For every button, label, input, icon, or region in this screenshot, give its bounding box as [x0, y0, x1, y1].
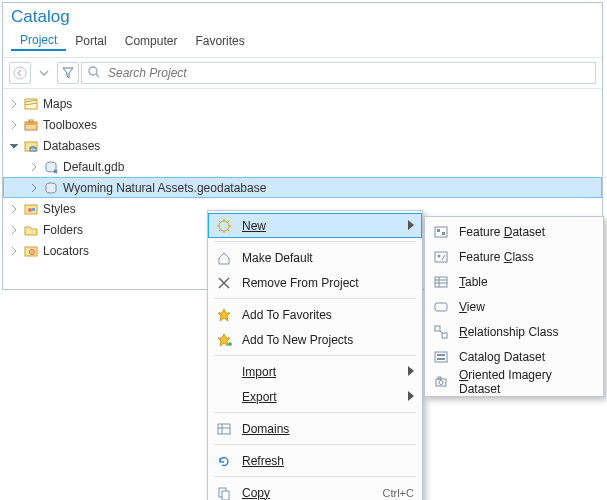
expand-icon[interactable] [9, 246, 19, 256]
star-icon [214, 305, 234, 325]
menu-new[interactable]: New [208, 213, 422, 238]
menu-label: Refresh [242, 454, 414, 468]
panel-title: Catalog [3, 3, 602, 27]
locators-icon [23, 243, 39, 259]
tree-label: Maps [43, 97, 72, 111]
menu-separator [214, 476, 416, 477]
tree-label: Toolboxes [43, 118, 97, 132]
back-button[interactable] [9, 62, 31, 84]
tree-item-databases[interactable]: Databases [3, 135, 602, 156]
menu-domains[interactable]: Domains [208, 416, 422, 441]
submenu-view[interactable]: View [425, 294, 603, 319]
submenu-arrow-icon [408, 219, 414, 233]
dropdown-button[interactable] [33, 62, 55, 84]
svg-point-53 [439, 380, 443, 384]
submenu-oriented-imagery[interactable]: Oriented Imagery Dataset [425, 369, 603, 394]
catalog-dataset-icon [431, 347, 451, 367]
menu-export[interactable]: Export [208, 384, 422, 409]
search-box[interactable] [81, 62, 596, 84]
svg-line-25 [219, 229, 221, 231]
expand-icon[interactable] [29, 183, 39, 193]
menu-make-default[interactable]: Make Default [208, 245, 422, 270]
submenu-relationship-class[interactable]: Relationship Class [425, 319, 603, 344]
collapse-icon[interactable] [9, 141, 19, 151]
tree-label: Folders [43, 223, 83, 237]
svg-rect-47 [442, 333, 447, 338]
tree-item-toolboxes[interactable]: Toolboxes [3, 114, 602, 135]
menu-separator [214, 355, 416, 356]
tree-item-default-gdb[interactable]: Default.gdb [3, 156, 602, 177]
submenu-feature-dataset[interactable]: Feature Dataset [425, 219, 603, 244]
menu-separator [214, 241, 416, 242]
tree-label: Databases [43, 139, 100, 153]
blank-icon [214, 387, 234, 407]
tab-favorites[interactable]: Favorites [186, 31, 253, 51]
blank-icon [214, 362, 234, 382]
menu-separator [214, 412, 416, 413]
menu-label: Import [242, 365, 400, 379]
menu-label: View [459, 300, 595, 314]
menu-label: Oriented Imagery Dataset [459, 368, 595, 396]
styles-icon [23, 201, 39, 217]
menu-refresh[interactable]: Refresh [208, 448, 422, 473]
view-icon [431, 297, 451, 317]
svg-rect-36 [435, 227, 447, 237]
svg-rect-45 [435, 303, 447, 311]
tree-item-maps[interactable]: Maps [3, 93, 602, 114]
svg-rect-9 [30, 148, 36, 151]
database-folder-icon [23, 138, 39, 154]
expand-icon[interactable] [9, 225, 19, 235]
new-icon [214, 216, 234, 236]
expand-icon[interactable] [9, 99, 19, 109]
expand-icon[interactable] [29, 162, 39, 172]
svg-rect-39 [435, 252, 447, 262]
expand-icon[interactable] [9, 204, 19, 214]
geodatabase-icon [43, 180, 59, 196]
menu-label: Relationship Class [459, 325, 595, 339]
panel-tabs: Project Portal Computer Favorites [3, 27, 602, 58]
menu-label: Copy [242, 486, 375, 500]
menu-add-favorites[interactable]: Add To Favorites [208, 302, 422, 327]
toolbox-icon [23, 117, 39, 133]
menu-label: Table [459, 275, 595, 289]
context-submenu-new: Feature Dataset Feature Class Table View… [424, 216, 604, 397]
menu-label: Feature Class [459, 250, 595, 264]
menu-remove[interactable]: Remove From Project [208, 270, 422, 295]
oriented-imagery-icon [431, 372, 451, 392]
table-icon [431, 272, 451, 292]
menu-label: Add To New Projects [242, 333, 414, 347]
svg-point-40 [438, 254, 441, 257]
star-plus-icon [214, 330, 234, 350]
tree-label: Locators [43, 244, 89, 258]
menu-copy[interactable]: Copy Ctrl+C [208, 480, 422, 500]
menu-import[interactable]: Import [208, 359, 422, 384]
tab-portal[interactable]: Portal [66, 31, 115, 51]
search-icon [88, 66, 100, 81]
submenu-arrow-icon [408, 365, 414, 379]
svg-line-2 [96, 74, 99, 77]
svg-rect-31 [218, 424, 230, 434]
submenu-catalog-dataset[interactable]: Catalog Dataset [425, 344, 603, 369]
svg-point-17 [31, 251, 33, 253]
filter-button[interactable] [57, 62, 79, 84]
tab-computer[interactable]: Computer [116, 31, 187, 51]
home-icon [214, 248, 234, 268]
svg-rect-41 [435, 277, 447, 287]
search-input[interactable] [106, 65, 589, 81]
menu-label: Make Default [242, 251, 414, 265]
submenu-table[interactable]: Table [425, 269, 603, 294]
tab-project[interactable]: Project [11, 30, 66, 51]
tree-label: Default.gdb [63, 160, 124, 174]
svg-rect-50 [437, 354, 445, 356]
submenu-feature-class[interactable]: Feature Class [425, 244, 603, 269]
menu-label: Export [242, 390, 400, 404]
svg-rect-14 [32, 208, 35, 211]
tree-item-wyoming-gdb[interactable]: Wyoming Natural Assets.geodatabase [3, 177, 602, 198]
copy-icon [214, 483, 234, 501]
expand-icon[interactable] [9, 120, 19, 130]
menu-label: New [242, 219, 400, 233]
svg-line-23 [219, 221, 221, 223]
tree-label: Styles [43, 202, 76, 216]
menu-label: Feature Dataset [459, 225, 595, 239]
menu-add-new-projects[interactable]: Add To New Projects [208, 327, 422, 352]
